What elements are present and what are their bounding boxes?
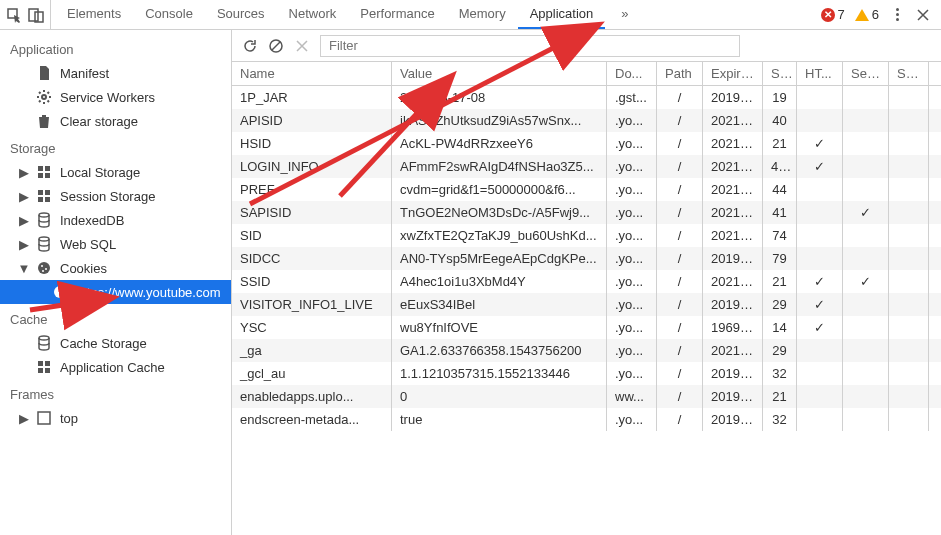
cell <box>797 247 843 270</box>
cell: .yo... <box>607 362 657 385</box>
col-do[interactable]: Do... <box>607 62 657 85</box>
cell <box>797 109 843 132</box>
table-row[interactable]: YSCwu8YfnIfOVE.yo.../1969-...14✓ <box>232 316 941 339</box>
cell: 41 <box>763 201 797 224</box>
table-row[interactable]: VISITOR_INFO1_LIVEeEuxS34IBel.yo.../2019… <box>232 293 941 316</box>
cell: / <box>657 201 703 224</box>
delete-icon[interactable] <box>294 38 310 54</box>
col-s[interactable]: S... <box>763 62 797 85</box>
col-expire[interactable]: Expire... <box>703 62 763 85</box>
table-row[interactable]: SSIDA4hec1oi1u3XbMd4Y.yo.../2021-...21✓✓ <box>232 270 941 293</box>
warning-number: 6 <box>872 7 879 22</box>
sidebar-item-clear-storage[interactable]: Clear storage <box>0 109 231 133</box>
svg-rect-8 <box>38 190 43 195</box>
tab-performance[interactable]: Performance <box>348 0 446 29</box>
cell: / <box>657 270 703 293</box>
table-row[interactable]: 1P_JAR2019-03-17-08.gst.../2019-...19 <box>232 86 941 109</box>
tab-network[interactable]: Network <box>277 0 349 29</box>
col-path[interactable]: Path <box>657 62 703 85</box>
col-ht[interactable]: HT... <box>797 62 843 85</box>
sidebar-item-cookies[interactable]: ▼Cookies <box>0 256 231 280</box>
table-row[interactable]: HSIDAcKL-PW4dRRzxeeY6.yo.../2021-...21✓ <box>232 132 941 155</box>
cell <box>889 293 929 316</box>
col-value[interactable]: Value <box>392 62 607 85</box>
table-row[interactable]: _gaGA1.2.633766358.1543756200.yo.../2021… <box>232 339 941 362</box>
table-row[interactable]: PREFcvdm=grid&f1=50000000&f6....yo.../20… <box>232 178 941 201</box>
cell <box>889 316 929 339</box>
table-row[interactable]: LOGIN_INFOAFmmF2swRAIgD4fNSHao3Z5....yo.… <box>232 155 941 178</box>
cell <box>797 224 843 247</box>
table-row[interactable]: SIDCCAN0-TYsp5MrEegeAEpCdgKPe....yo.../2… <box>232 247 941 270</box>
cell: VISITOR_INFO1_LIVE <box>232 293 392 316</box>
tab-console[interactable]: Console <box>133 0 205 29</box>
tab-elements[interactable]: Elements <box>55 0 133 29</box>
cell: 32 <box>763 408 797 431</box>
cell: / <box>657 109 703 132</box>
cell: 19 <box>763 86 797 109</box>
table-row[interactable]: APISIDikASAZhUtksudZ9iAs57wSnx....yo.../… <box>232 109 941 132</box>
cell <box>889 86 929 109</box>
cell: / <box>657 224 703 247</box>
sidebar-item-local-storage[interactable]: ▶Local Storage <box>0 160 231 184</box>
close-icon[interactable] <box>915 7 931 23</box>
svg-point-17 <box>42 270 44 272</box>
tab-memory[interactable]: Memory <box>447 0 518 29</box>
frame-icon <box>36 410 52 426</box>
sidebar-item-manifest[interactable]: Manifest <box>0 61 231 85</box>
tabs-overflow[interactable]: » <box>609 0 640 29</box>
cell: / <box>657 155 703 178</box>
svg-rect-7 <box>45 173 50 178</box>
db-icon <box>36 212 52 228</box>
sidebar-item-web-sql[interactable]: ▶Web SQL <box>0 232 231 256</box>
col-sa[interactable]: Sa... <box>889 62 929 85</box>
sidebar-item-session-storage[interactable]: ▶Session Storage <box>0 184 231 208</box>
cell: / <box>657 86 703 109</box>
svg-rect-25 <box>38 368 43 373</box>
sidebar-item-top[interactable]: ▶top <box>0 406 231 430</box>
cookie-panel: NameValueDo...PathExpire...S...HT...Sec.… <box>232 30 941 535</box>
table-row[interactable]: enabledapps.uplo...0ww.../2019-...21 <box>232 385 941 408</box>
kebab-menu-icon[interactable] <box>889 8 905 21</box>
error-icon: ✕ <box>821 8 835 22</box>
tab-application[interactable]: Application <box>518 0 606 29</box>
refresh-icon[interactable] <box>242 38 258 54</box>
tab-sources[interactable]: Sources <box>205 0 277 29</box>
cell: 2019-03-17-08 <box>392 86 607 109</box>
svg-rect-4 <box>38 166 43 171</box>
cell: _ga <box>232 339 392 362</box>
cell: ww... <box>607 385 657 408</box>
svg-point-21 <box>58 294 60 296</box>
svg-point-18 <box>54 286 66 298</box>
col-sec[interactable]: Sec... <box>843 62 889 85</box>
table-row[interactable]: endscreen-metada...true.yo.../2019-...32 <box>232 408 941 431</box>
table-row[interactable]: SAPISIDTnGOE2NeOM3DsDc-/A5Fwj9....yo.../… <box>232 201 941 224</box>
filter-input[interactable] <box>320 35 740 57</box>
cell: SID <box>232 224 392 247</box>
table-row[interactable]: _gcl_au1.1.1210357315.1552133446.yo.../2… <box>232 362 941 385</box>
twisty-icon: ▶ <box>20 189 28 204</box>
device-toggle-icon[interactable] <box>28 7 44 23</box>
col-name[interactable]: Name <box>232 62 392 85</box>
error-count[interactable]: ✕ 7 <box>821 7 845 22</box>
sidebar-item-cache-storage[interactable]: Cache Storage <box>0 331 231 355</box>
cookies-table: NameValueDo...PathExpire...S...HT...Sec.… <box>232 62 941 535</box>
clear-all-icon[interactable] <box>268 38 284 54</box>
db-icon <box>36 236 52 252</box>
sidebar-item-service-workers[interactable]: Service Workers <box>0 85 231 109</box>
sidebar-item-https-www-youtube-com[interactable]: https://www.youtube.com <box>0 280 231 304</box>
inspect-element-icon[interactable] <box>6 7 22 23</box>
svg-rect-5 <box>45 166 50 171</box>
svg-point-20 <box>61 292 63 294</box>
cell: 2019-... <box>703 293 763 316</box>
cell: APISID <box>232 109 392 132</box>
db-icon <box>36 335 52 351</box>
warning-count[interactable]: 6 <box>855 7 879 22</box>
table-row[interactable]: SIDxwZfxTE2QzTaKJ9_bu60UshKd....yo.../20… <box>232 224 941 247</box>
cell <box>797 385 843 408</box>
sidebar-item-indexeddb[interactable]: ▶IndexedDB <box>0 208 231 232</box>
cell <box>843 316 889 339</box>
cell <box>843 224 889 247</box>
svg-point-22 <box>39 336 49 340</box>
sidebar-item-application-cache[interactable]: Application Cache <box>0 355 231 379</box>
cell: endscreen-metada... <box>232 408 392 431</box>
